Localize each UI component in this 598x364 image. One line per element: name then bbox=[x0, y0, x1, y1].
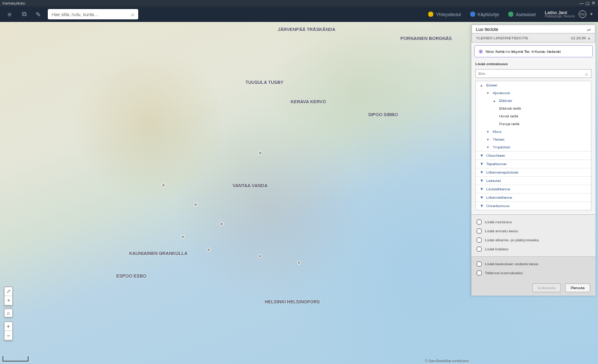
checkbox-alkamis[interactable] bbox=[477, 238, 482, 243]
map-tools: ⤢ ⌖ bbox=[4, 287, 13, 306]
tree-muut[interactable]: ▼Muut bbox=[476, 128, 591, 136]
panel-subheader: YLEINEN LIIKENNETIEDOTE 12.26:09 ▲ bbox=[471, 34, 595, 43]
check-keskuksen[interactable]: Lisää keskuksen sisäistä tietoa bbox=[471, 259, 595, 268]
map-label-vantaa: VANTAA VANDA bbox=[232, 183, 267, 188]
map-label-kauniainen: KAUNIAINEN GRANKULLA bbox=[129, 251, 187, 256]
check-arvioitu-kesto[interactable]: Lisää arvioitu kesto bbox=[471, 227, 595, 236]
nav-contact[interactable]: Yhteystiedot bbox=[428, 12, 461, 17]
user-role: Pääkäyttäjä, Helsinki bbox=[545, 15, 575, 18]
nav-contact-label: Yhteystiedot bbox=[436, 12, 461, 17]
section-title: Lisää ominaisuus bbox=[471, 60, 595, 68]
filter-search-icon[interactable]: ⌕ bbox=[585, 71, 588, 77]
tree-onnettomuus[interactable]: ▼Onnettomuus bbox=[476, 201, 591, 210]
fullscreen-button[interactable]: ⤢ bbox=[5, 287, 12, 296]
map-scale bbox=[3, 356, 28, 361]
tree-tapahtumat[interactable]: ▼Tapahtumat bbox=[476, 159, 591, 168]
contact-icon bbox=[428, 12, 433, 17]
search-icon[interactable]: ⌕ bbox=[131, 11, 134, 17]
collapse-icon[interactable]: ▲ bbox=[587, 36, 591, 40]
zoom-in-button[interactable]: + bbox=[5, 322, 12, 331]
settings-icon bbox=[508, 12, 513, 17]
tree-hirvia-tiella[interactable]: Hirviä tiellä bbox=[476, 112, 591, 120]
zoom-control: + − bbox=[4, 321, 13, 341]
language-icon[interactable]: Fin bbox=[579, 10, 586, 18]
checkbox-lisatieto[interactable] bbox=[477, 247, 482, 252]
home-button[interactable]: ⌂ bbox=[4, 308, 13, 318]
nav-help-label: Käyttöohje bbox=[478, 12, 499, 17]
filter-wrapper: ⌕ bbox=[475, 69, 592, 78]
checkbox-arvioitu-kesto[interactable] bbox=[477, 228, 482, 234]
close-icon[interactable]: ✕ bbox=[592, 1, 595, 6]
map-label-pornainen: PORNAINEN BORGNÄS bbox=[400, 36, 452, 41]
window-title: Karttatyökalu bbox=[3, 1, 579, 5]
tree-laitevirhe[interactable]: ▼Laiteviat bbox=[476, 176, 591, 185]
pin-icon: ◉ bbox=[479, 48, 483, 54]
panel-header-label: Luo tiedote bbox=[476, 27, 499, 32]
menu-icon[interactable]: ≡ bbox=[5, 10, 14, 19]
tree-elaimet[interactable]: ▲Eläimet bbox=[476, 97, 591, 105]
checkbox-muistutus[interactable] bbox=[477, 219, 482, 225]
tree-yleiset[interactable]: ▼Yleiset bbox=[476, 136, 591, 143]
tree-olosuhteet[interactable]: ▼Olosuhteet bbox=[476, 151, 591, 159]
search-input-wrapper: ⌕ bbox=[48, 9, 138, 19]
tree-lauttaliikenne[interactable]: ▼Lauttaliikenne bbox=[476, 185, 591, 193]
user-menu[interactable]: Laiho Jani Pääkäyttäjä, Helsinki Fin ▾ bbox=[545, 10, 593, 18]
tree-liikennerajoitukset[interactable]: ▼Liikennerajoitukset bbox=[476, 168, 591, 176]
location-text: Nimi: Kehä I:n liittymä Tie: 4 Kunta: He… bbox=[486, 50, 561, 54]
tree-esteet[interactable]: ▲Esteet bbox=[476, 81, 591, 89]
esikatsele-button[interactable]: Esikatsele bbox=[532, 283, 561, 292]
tree-ymparisto[interactable]: ▼Ympäristö bbox=[476, 143, 591, 151]
panel-stepper-icon[interactable]: ▴▾ bbox=[587, 27, 591, 32]
note-icon[interactable]: ✎ bbox=[34, 10, 43, 19]
panel-header[interactable]: Luo tiedote ▴▾ bbox=[471, 25, 595, 34]
search-input[interactable] bbox=[52, 12, 131, 17]
nav-help[interactable]: Käyttöohje bbox=[470, 12, 499, 17]
tree-elaimia-tiella[interactable]: Eläimiä tiellä bbox=[476, 105, 591, 112]
map-attribution: © OpenStreetMap contributors bbox=[425, 359, 469, 363]
checkbox-keskuksen[interactable] bbox=[477, 261, 482, 267]
copy-icon[interactable]: ⧉ bbox=[19, 10, 28, 19]
help-icon bbox=[470, 12, 475, 17]
property-tree: ▲Esteet ▼Ajoneuvot ▲Eläimet Eläimiä tiel… bbox=[475, 81, 592, 210]
minimize-icon[interactable]: — bbox=[579, 1, 584, 6]
side-panel: Luo tiedote ▴▾ YLEINEN LIIKENNETIEDOTE 1… bbox=[471, 25, 595, 296]
panel-subheader-label: YLEINEN LIIKENNETIEDOTE bbox=[476, 36, 528, 40]
layers-button[interactable]: ⌖ bbox=[5, 296, 12, 305]
map-label-jarvenpaa: JÄRVENPÄÄ TRÄSKÄNDA bbox=[278, 27, 335, 32]
check-tallenna[interactable]: Tallenna luonnokseksi bbox=[471, 268, 595, 278]
checkbox-tallenna[interactable] bbox=[477, 270, 482, 276]
nav-settings[interactable]: Asetukset bbox=[508, 12, 536, 17]
filter-input[interactable] bbox=[479, 72, 585, 76]
check-muistutus[interactable]: Lisää muistutus bbox=[471, 217, 595, 227]
map-label-sipoo: SIPOO SIBBO bbox=[368, 112, 398, 117]
panel-time: 12.26:09 bbox=[571, 36, 586, 40]
check-alkamis[interactable]: Lisää alkamis- ja päättymisaika bbox=[471, 236, 595, 245]
check-lisatieto[interactable]: Lisää lisätieto bbox=[471, 245, 595, 254]
location-box[interactable]: ◉ Nimi: Kehä I:n liittymä Tie: 4 Kunta: … bbox=[474, 45, 593, 57]
chevron-down-icon[interactable]: ▾ bbox=[590, 12, 593, 17]
tree-liikennetilanne[interactable]: ▼Liikennetilanne bbox=[476, 193, 591, 201]
map-label-kerava: KERAVA KERVO bbox=[291, 99, 326, 104]
nav-settings-label: Asetukset bbox=[516, 12, 536, 17]
map-label-tuusula: TUUSULA TUSBY bbox=[245, 80, 284, 85]
map-label-espoo: ESPOO ESBO bbox=[116, 274, 147, 278]
maximize-icon[interactable]: ◻ bbox=[586, 1, 590, 6]
zoom-out-button[interactable]: − bbox=[5, 331, 12, 340]
peruuta-button[interactable]: Peruuta bbox=[565, 283, 590, 292]
tree-ajoneuvot[interactable]: ▼Ajoneuvot bbox=[476, 89, 591, 97]
map-label-helsinki: HELSINKI HELSINGFORS bbox=[265, 299, 320, 304]
tree-poroja-tiella[interactable]: Poroja tiellä bbox=[476, 120, 591, 128]
